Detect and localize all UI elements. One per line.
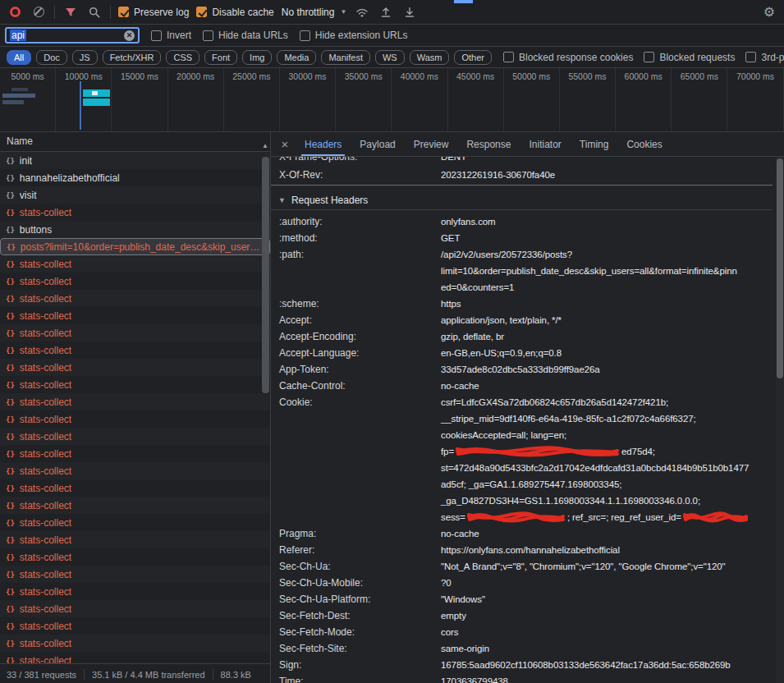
header-row: App-Token: 33d57ade8c02dbc5a333db99ff9ae… <box>271 361 773 378</box>
request-row[interactable]: {} stats-collect <box>0 307 270 324</box>
throttling-value: No throttling <box>282 7 335 18</box>
request-row[interactable]: {} stats-collect <box>0 393 270 410</box>
request-row[interactable]: {} stats-collect <box>0 635 270 652</box>
detail-tab[interactable]: Initiator <box>520 132 570 156</box>
request-row[interactable]: {} stats-collect <box>0 497 270 514</box>
type-filter-chip[interactable]: All <box>7 50 31 65</box>
status-divider <box>84 669 85 680</box>
extra-filter-checkbox[interactable]: 3rd-party requests <box>745 52 784 63</box>
type-filter-chip[interactable]: Other <box>454 50 492 65</box>
detail-scrollbar-thumb[interactable] <box>777 158 783 378</box>
json-braces-icon: {} <box>6 605 15 613</box>
request-name: stats-collect <box>20 552 71 563</box>
import-har-button[interactable] <box>378 4 394 21</box>
network-main-area: Name ▲ {} init {} hannahelizabethofficia… <box>0 132 784 683</box>
request-row[interactable]: {} stats-collect <box>0 514 270 531</box>
request-headers-section-toggle[interactable]: ▼ Request Headers <box>271 190 773 210</box>
detail-tab[interactable]: Headers <box>296 132 351 156</box>
type-filter-chip[interactable]: CSS <box>166 50 199 65</box>
request-row[interactable]: {} stats-collect <box>0 479 270 497</box>
header-name: :scheme: <box>271 296 441 312</box>
search-button[interactable] <box>86 4 103 21</box>
request-row[interactable]: {} stats-collect <box>0 531 270 548</box>
detail-tab[interactable]: Payload <box>351 132 404 156</box>
request-row[interactable]: {} stats-collect <box>0 255 270 273</box>
timeline-tick-label: 15000 ms <box>121 71 158 81</box>
header-row: X-Frame-Options: DENY <box>271 157 773 165</box>
request-row[interactable]: {} stats-collect <box>0 290 270 307</box>
request-row[interactable]: {} stats-collect <box>0 617 270 635</box>
export-har-button[interactable] <box>401 4 418 21</box>
type-filter-chip[interactable]: Fetch/XHR <box>103 50 162 65</box>
invert-checkbox[interactable]: Invert <box>151 30 191 41</box>
request-row[interactable]: {} stats-collect <box>0 583 270 600</box>
type-filter-chip[interactable]: Media <box>277 50 316 65</box>
type-filter-chip[interactable]: Font <box>204 50 237 65</box>
scroll-up-arrow-icon[interactable]: ▲ <box>262 136 268 155</box>
request-row[interactable]: {} stats-collect <box>0 600 270 617</box>
json-braces-icon: {} <box>6 329 15 337</box>
detail-tab[interactable]: Cookies <box>617 132 671 156</box>
record-button[interactable] <box>7 4 23 21</box>
request-name: stats-collect <box>20 586 71 598</box>
request-row[interactable]: {} hannahelizabethofficial <box>0 169 270 186</box>
type-filter-chip[interactable]: Img <box>242 50 272 65</box>
detail-tab-bar: × Headers Payload Preview Response Initi… <box>271 132 784 157</box>
chevron-down-icon: ▼ <box>340 8 346 16</box>
filter-toggle-button[interactable] <box>62 4 79 21</box>
network-conditions-button[interactable] <box>354 4 370 21</box>
detail-tabs: Headers Payload Preview Response Initiat… <box>296 132 672 156</box>
request-row[interactable]: {} stats-collect <box>0 342 270 359</box>
type-filter-chip[interactable]: WS <box>375 50 405 65</box>
type-filter-chip[interactable]: JS <box>72 50 98 65</box>
request-row[interactable]: {} stats-collect <box>0 410 270 428</box>
request-row[interactable]: {} visit <box>0 186 270 204</box>
header-value: GET <box>441 230 773 246</box>
request-row[interactable]: {} stats-collect <box>0 566 270 583</box>
type-filter-chip[interactable]: Wasm <box>410 50 450 65</box>
network-overview-timeline[interactable]: 5000 ms 10000 ms 15000 ms 20000 ms 25000… <box>0 68 784 132</box>
request-row[interactable]: {} stats-collect <box>0 445 270 462</box>
throttling-select[interactable]: No throttling ▼ <box>282 7 347 18</box>
type-filter-chip[interactable]: Doc <box>36 50 67 65</box>
request-row[interactable]: {} stats-collect <box>0 273 270 290</box>
detail-scrollbar-track[interactable] <box>776 157 784 683</box>
hide-data-urls-checkbox[interactable]: Hide data URLs <box>203 30 288 41</box>
request-row[interactable]: {} init <box>0 152 270 169</box>
extra-filter-checkbox[interactable]: Blocked requests <box>644 52 735 63</box>
detail-tab[interactable]: Preview <box>405 132 458 156</box>
network-filter-input[interactable]: api ✕ <box>5 27 140 44</box>
json-braces-icon: {} <box>6 277 15 286</box>
header-value: same-origin <box>441 640 773 657</box>
request-row[interactable]: {} stats-collect <box>0 428 270 445</box>
hide-extension-urls-checkbox[interactable]: Hide extension URLs <box>300 30 408 41</box>
name-column-header[interactable]: Name ▲ <box>0 132 270 152</box>
request-row[interactable]: {} stats-collect <box>0 548 270 566</box>
request-detail-pane: × Headers Payload Preview Response Initi… <box>271 132 784 683</box>
extra-filter-checkbox[interactable]: Blocked response cookies <box>503 52 633 63</box>
overview-activity-bar <box>83 99 110 106</box>
request-row[interactable]: {} buttons <box>0 221 270 238</box>
clear-network-log-button[interactable] <box>30 4 47 21</box>
detail-tab[interactable]: Timing <box>571 132 618 156</box>
request-list-scrollbar[interactable] <box>262 157 269 393</box>
detail-tab[interactable]: Response <box>457 132 520 156</box>
request-row[interactable]: {} stats-collect <box>0 376 270 393</box>
funnel-icon <box>65 7 76 18</box>
header-value: no-cache <box>441 378 773 394</box>
request-row[interactable]: {} stats-collect <box>0 204 270 221</box>
request-row[interactable]: {} stats-collect <box>0 462 270 479</box>
resource-type-filter-bar: All Doc JS Fetch/XHR CSS Font Img Media … <box>0 47 784 68</box>
header-name: Referer: <box>271 542 441 558</box>
request-row[interactable]: {} posts?limit=10&order=publish_date_des… <box>0 238 270 255</box>
request-row[interactable]: {} stats-collect <box>0 324 270 342</box>
type-filter-chip[interactable]: Manifest <box>321 50 370 65</box>
disable-cache-checkbox[interactable]: Disable cache <box>196 7 273 18</box>
preserve-log-checkbox[interactable]: Preserve log <box>118 7 189 18</box>
request-row[interactable]: {} stats-collect <box>0 652 270 663</box>
close-detail-button[interactable]: × <box>274 132 296 156</box>
timeline-column: 45000 ms <box>448 68 504 131</box>
settings-button[interactable]: ⚙ <box>761 4 777 21</box>
request-row[interactable]: {} stats-collect <box>0 359 270 376</box>
clear-filter-button[interactable]: ✕ <box>124 30 135 41</box>
